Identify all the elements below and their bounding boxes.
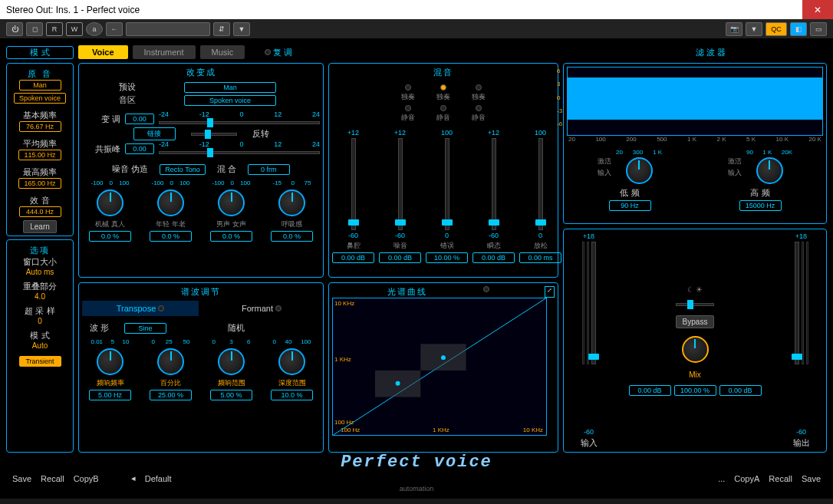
mute-2[interactable] [440, 105, 446, 111]
camera-button[interactable]: 📷 [726, 22, 742, 36]
transpose-value[interactable]: 0.00 [125, 114, 154, 124]
bypass-button[interactable]: Bypass [676, 315, 715, 328]
tab-formant[interactable]: Formant [203, 301, 320, 316]
learn-button[interactable]: Learn [23, 220, 57, 233]
dropdown-button[interactable]: ▼ [746, 22, 762, 36]
pin-button[interactable]: ◧ [790, 22, 807, 36]
save2-button[interactable]: Save [802, 474, 821, 483]
brand-logo: Perfect voice [6, 453, 827, 472]
a-button[interactable]: a [86, 22, 103, 36]
fx-value[interactable]: 444.0 Hz [19, 206, 61, 217]
wave-value[interactable]: Sine [124, 323, 166, 334]
knob-robot[interactable] [97, 189, 123, 216]
mode-value[interactable]: Auto [10, 341, 70, 350]
knob-range[interactable] [218, 348, 245, 375]
recto-value[interactable]: Recto Tono [160, 164, 205, 175]
tab-instrument[interactable]: Instrument [133, 45, 196, 59]
write-button[interactable]: W [66, 22, 83, 36]
expand-icon[interactable]: ⤢ [545, 286, 555, 298]
os-value[interactable]: 0 [10, 317, 70, 325]
read-button[interactable]: R [46, 22, 63, 36]
slider-relax[interactable] [538, 138, 543, 230]
output-slider[interactable] [795, 242, 799, 364]
transient-button[interactable]: Transient [19, 356, 61, 367]
hifreq-value[interactable]: 15000 Hz [739, 200, 782, 211]
original-spoken[interactable]: Spoken voice [14, 93, 66, 104]
power-button[interactable]: ⏻ [6, 22, 23, 36]
solo-3[interactable] [476, 84, 482, 91]
polyphony-led[interactable] [265, 49, 271, 55]
copyb-button[interactable]: CopyB [74, 474, 99, 483]
input-slider[interactable] [591, 242, 596, 364]
formant-value[interactable]: 0.00 [125, 143, 154, 154]
slider-transient[interactable] [492, 138, 496, 230]
qc-button[interactable]: QC [766, 22, 787, 36]
win-value[interactable]: Auto ms [10, 268, 70, 276]
knob-breath[interactable] [278, 189, 305, 216]
mode-label: 模 式 [10, 330, 70, 341]
os-label: 超 采 样 [10, 305, 70, 317]
wave-label: 波 形 [90, 322, 109, 334]
spectrum-curve[interactable]: 10 KHz 1 KHz 100 Hz 100 Hz 1 KHz 10 KHz [332, 298, 547, 436]
basic-freq-value[interactable]: 76.67 Hz [19, 121, 61, 132]
mode-title: 模 式 [6, 46, 74, 59]
filter-panel: 630-3-6 201002005001 K2 K5 K10 K20 K 激活输… [563, 63, 827, 224]
mute-1[interactable] [405, 105, 411, 111]
original-man[interactable]: Man [19, 80, 61, 91]
recall2-button[interactable]: Recall [769, 474, 792, 483]
tab-music[interactable]: Music [200, 45, 245, 59]
daynight-slider[interactable] [676, 303, 714, 306]
slider-error[interactable] [445, 138, 449, 230]
preset-value[interactable]: Man [184, 82, 276, 93]
settings-button[interactable]: ▭ [810, 22, 827, 36]
link-slider[interactable] [191, 133, 237, 136]
knob-hifreq[interactable] [756, 157, 783, 184]
slider-noise[interactable] [398, 138, 403, 230]
mix-value[interactable]: 0 frm [248, 164, 290, 175]
avg-freq-value[interactable]: 115.00 Hz [18, 150, 61, 160]
mix-knob[interactable] [682, 336, 709, 363]
curve-toggle[interactable] [483, 286, 489, 292]
formant-slider[interactable] [159, 151, 320, 154]
arrow-button[interactable]: ← [106, 22, 123, 36]
preset-updown[interactable]: ⇵ [213, 22, 230, 36]
preset-name[interactable]: Default [145, 474, 172, 483]
knob-lofreq[interactable] [626, 157, 653, 184]
input-meter-l [582, 242, 584, 364]
tab-transpose[interactable]: Transpose [82, 301, 199, 316]
preset-menu[interactable]: ▼ [233, 22, 250, 36]
knob-age[interactable] [157, 189, 184, 216]
footer: Save Recall CopyB ◂ Default ... CopyA Re… [6, 472, 827, 485]
options-title: 选项 [10, 245, 70, 256]
zone-label: 音区 [82, 94, 136, 106]
solo-2[interactable] [440, 84, 446, 91]
avg-freq-label: 平均频率 [10, 138, 70, 150]
titlebar: Stereo Out: Ins. 1 - Perfect voice ✕ [0, 0, 833, 19]
preset-field[interactable] [126, 22, 210, 36]
plugin-body: 模 式 Voice Instrument Music 复 调 滤波器 原 音 M… [0, 38, 833, 499]
max-freq-label: 最高频率 [10, 166, 70, 178]
slider-nasal[interactable] [351, 138, 356, 230]
transpose-slider[interactable] [159, 121, 320, 124]
tab-voice[interactable]: Voice [78, 45, 128, 59]
close-button[interactable]: ✕ [802, 0, 833, 19]
copya-button[interactable]: CopyA [734, 474, 759, 483]
reverse-label: 反转 [252, 128, 269, 140]
knob-depth[interactable] [278, 348, 305, 375]
bypass-button[interactable]: ◻ [26, 22, 43, 36]
overlap-value[interactable]: 4.0 [10, 292, 70, 301]
zone-value[interactable]: Spoken voice [184, 95, 276, 106]
save-button[interactable]: Save [12, 474, 31, 483]
recall-button[interactable]: Recall [41, 474, 64, 483]
max-freq-value[interactable]: 165.00 Hz [18, 178, 61, 189]
options-panel: 选项 窗口大小 Auto ms 重叠部分 4.0 超 采 样 0 模 式 Aut… [6, 239, 74, 453]
knob-gender[interactable] [218, 189, 245, 216]
filter-graph[interactable]: 630-3-6 [567, 67, 823, 136]
solo-1[interactable] [405, 84, 411, 91]
link-label[interactable]: 链接 [133, 127, 176, 140]
fx-label: 效 音 [10, 195, 70, 206]
knob-percent[interactable] [157, 348, 184, 375]
lofreq-value[interactable]: 90 Hz [609, 200, 651, 211]
mute-3[interactable] [476, 105, 482, 111]
knob-freq[interactable] [97, 348, 123, 375]
